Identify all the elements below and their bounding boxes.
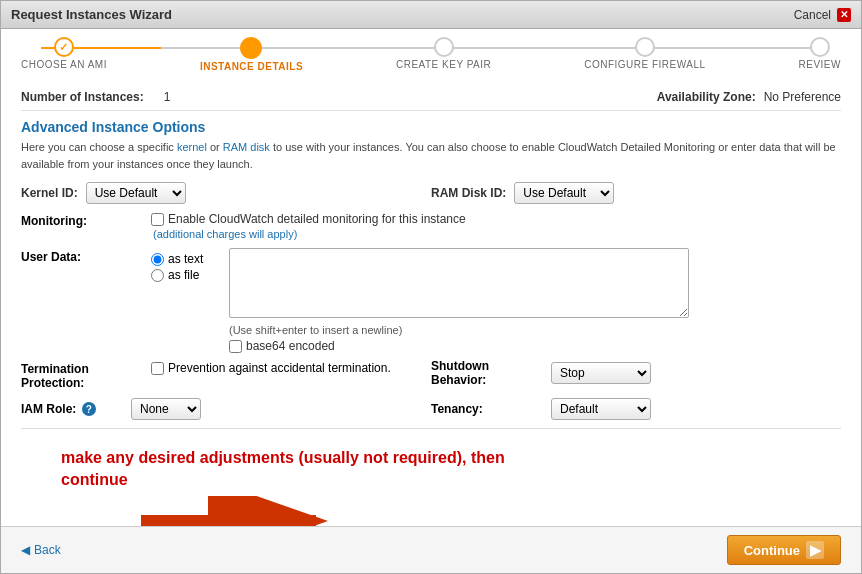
main-content: Number of Instances: 1 Availability Zone… (1, 76, 861, 558)
user-data-radio-group: as text as file (151, 248, 221, 282)
iam-tenancy-row: IAM Role: ? None Tenancy: Default Dedica… (21, 398, 841, 420)
cancel-button[interactable]: Cancel (794, 8, 831, 22)
termination-checkbox-label[interactable]: Prevention against accidental terminatio… (151, 361, 391, 375)
back-button[interactable]: ◀ Back (21, 543, 61, 557)
tenancy-label: Tenancy: (431, 402, 541, 416)
back-label: Back (34, 543, 61, 557)
availability-zone-value: No Preference (764, 90, 841, 104)
termination-checkbox[interactable] (151, 362, 164, 375)
ramdisk-link[interactable]: RAM disk (223, 141, 270, 153)
step-circle-instance-details (240, 37, 262, 59)
user-data-row: User Data: as text as file (Use shift+en… (21, 248, 841, 353)
step-review: REVIEW (799, 37, 841, 72)
base64-checkbox[interactable] (229, 340, 242, 353)
shutdown-behavior-label-line1: Shutdown (431, 359, 541, 373)
iam-col: IAM Role: ? None (21, 398, 431, 420)
top-fields-row: Number of Instances: 1 Availability Zone… (21, 84, 841, 111)
termination-label: Termination Protection: (21, 359, 151, 390)
termination-content: Prevention against accidental terminatio… (151, 359, 391, 375)
close-icon[interactable]: ✕ (837, 8, 851, 22)
callout-text: make any desired adjustments (usually no… (61, 447, 541, 492)
continue-arrow-icon: ▶ (806, 541, 824, 559)
base64-row: base64 encoded (229, 339, 841, 353)
base64-label[interactable]: base64 encoded (229, 339, 335, 353)
radio-as-file-text: as file (168, 268, 199, 282)
user-data-content: (Use shift+enter to insert a newline) ba… (229, 248, 841, 353)
step-configure-firewall: CONFIGURE FIREWALL (584, 37, 705, 72)
radio-as-file-label[interactable]: as file (151, 268, 221, 282)
step-circle-review (810, 37, 830, 57)
monitoring-checkbox-label[interactable]: Enable CloudWatch detailed monitoring fo… (151, 212, 841, 226)
availability-zone-group: Availability Zone: No Preference (657, 90, 841, 104)
shutdown-col: Shutdown Behavior: Stop Terminate (431, 359, 841, 387)
step-label-instance-details: INSTANCE DETAILS (200, 61, 303, 72)
iam-help-icon[interactable]: ? (82, 402, 96, 416)
step-label-choose-ami: CHOOSE AN AMI (21, 59, 107, 70)
step-circle-configure-firewall (635, 37, 655, 57)
footer: ◀ Back Continue ▶ (1, 526, 861, 573)
step-label-review: REVIEW (799, 59, 841, 70)
iam-role-label: IAM Role: ? (21, 402, 131, 417)
monitoring-checkbox[interactable] (151, 213, 164, 226)
steps-row: CHOOSE AN AMI INSTANCE DETAILS CREATE KE… (21, 37, 841, 72)
monitoring-checkbox-text: Enable CloudWatch detailed monitoring fo… (168, 212, 466, 226)
step-circle-create-key-pair (434, 37, 454, 57)
continue-button[interactable]: Continue ▶ (727, 535, 841, 565)
step-create-key-pair: CREATE KEY PAIR (396, 37, 491, 72)
base64-text: base64 encoded (246, 339, 335, 353)
termination-col: Termination Protection: Prevention again… (21, 359, 431, 390)
charges-note: (additional charges will apply) (153, 228, 841, 240)
ram-disk-id-label: RAM Disk ID: (431, 186, 506, 200)
shutdown-behavior-label-line2: Behavior: (431, 373, 541, 387)
user-data-textarea[interactable] (229, 248, 689, 318)
termination-checkbox-text: Prevention against accidental terminatio… (168, 361, 391, 375)
step-label-create-key-pair: CREATE KEY PAIR (396, 59, 491, 70)
kernel-id-select[interactable]: Use Default (86, 182, 186, 204)
availability-zone-label: Availability Zone: (657, 90, 756, 104)
radio-as-file[interactable] (151, 269, 164, 282)
step-label-configure-firewall: CONFIGURE FIREWALL (584, 59, 705, 70)
term-shutdown-row: Termination Protection: Prevention again… (21, 359, 841, 390)
progress-area: CHOOSE AN AMI INSTANCE DETAILS CREATE KE… (1, 29, 861, 76)
tenancy-col: Tenancy: Default Dedicated (431, 398, 841, 420)
kernel-link[interactable]: kernel (177, 141, 207, 153)
kernel-col: Kernel ID: Use Default (21, 182, 431, 204)
user-data-hint: (Use shift+enter to insert a newline) (229, 324, 841, 336)
advanced-section-title: Advanced Instance Options (21, 119, 841, 135)
radio-as-text[interactable] (151, 253, 164, 266)
continue-label: Continue (744, 543, 800, 558)
back-arrow-icon: ◀ (21, 543, 30, 557)
monitoring-content: Enable CloudWatch detailed monitoring fo… (151, 212, 841, 240)
radio-as-text-label[interactable]: as text (151, 252, 221, 266)
tenancy-select[interactable]: Default Dedicated (551, 398, 651, 420)
wizard-title: Request Instances Wizard (11, 7, 172, 22)
shutdown-behavior-select[interactable]: Stop Terminate (551, 362, 651, 384)
monitoring-label: Monitoring: (21, 212, 151, 228)
kernel-ram-row: Kernel ID: Use Default RAM Disk ID: Use … (21, 182, 841, 204)
num-instances-label: Number of Instances: (21, 90, 144, 104)
divider (21, 428, 841, 429)
step-choose-ami: CHOOSE AN AMI (21, 37, 107, 72)
kernel-id-label: Kernel ID: (21, 186, 78, 200)
title-bar: Request Instances Wizard Cancel ✕ (1, 1, 861, 29)
step-instance-details: INSTANCE DETAILS (200, 37, 303, 72)
ram-disk-col: RAM Disk ID: Use Default (431, 182, 841, 204)
step-circle-choose-ami (54, 37, 74, 57)
user-data-label: User Data: (21, 248, 151, 264)
monitoring-row: Monitoring: Enable CloudWatch detailed m… (21, 212, 841, 240)
radio-as-text-text: as text (168, 252, 203, 266)
advanced-section-desc: Here you can choose a specific kernel or… (21, 139, 841, 172)
ram-disk-id-select[interactable]: Use Default (514, 182, 614, 204)
iam-role-select[interactable]: None (131, 398, 201, 420)
num-instances-value: 1 (164, 90, 171, 104)
